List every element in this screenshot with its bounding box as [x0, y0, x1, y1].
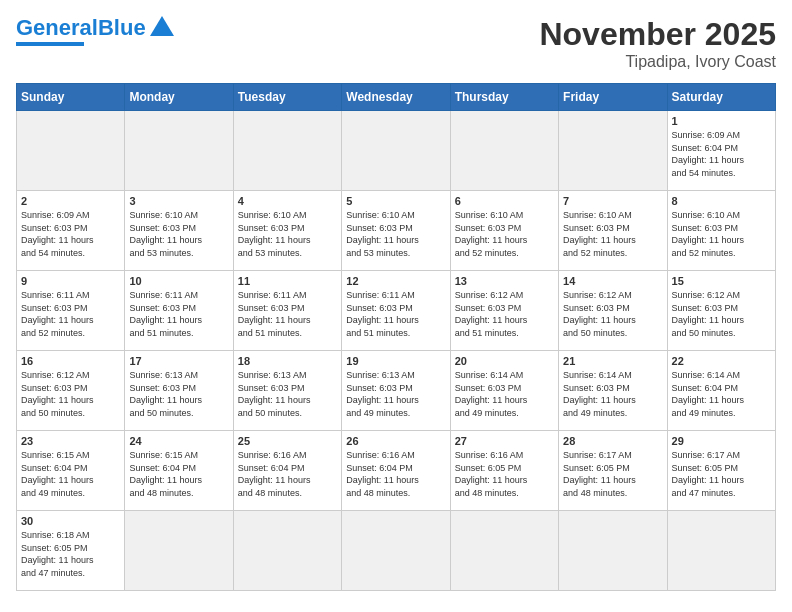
day-info: Sunrise: 6:17 AM Sunset: 6:05 PM Dayligh… — [672, 449, 771, 499]
calendar-table: SundayMondayTuesdayWednesdayThursdayFrid… — [16, 83, 776, 591]
page-header: GeneralBlue November 2025 Tipadipa, Ivor… — [16, 16, 776, 71]
day-number: 12 — [346, 275, 445, 287]
day-info: Sunrise: 6:11 AM Sunset: 6:03 PM Dayligh… — [238, 289, 337, 339]
calendar-cell — [125, 511, 233, 591]
calendar-cell — [667, 511, 775, 591]
calendar-cell: 17Sunrise: 6:13 AM Sunset: 6:03 PM Dayli… — [125, 351, 233, 431]
day-info: Sunrise: 6:10 AM Sunset: 6:03 PM Dayligh… — [563, 209, 662, 259]
day-info: Sunrise: 6:12 AM Sunset: 6:03 PM Dayligh… — [21, 369, 120, 419]
day-number: 9 — [21, 275, 120, 287]
calendar-header-sunday: Sunday — [17, 84, 125, 111]
location-title: Tipadipa, Ivory Coast — [539, 53, 776, 71]
calendar-week-row: 9Sunrise: 6:11 AM Sunset: 6:03 PM Daylig… — [17, 271, 776, 351]
day-number: 3 — [129, 195, 228, 207]
calendar-cell — [450, 111, 558, 191]
svg-marker-0 — [150, 16, 174, 36]
day-info: Sunrise: 6:10 AM Sunset: 6:03 PM Dayligh… — [238, 209, 337, 259]
calendar-week-row: 16Sunrise: 6:12 AM Sunset: 6:03 PM Dayli… — [17, 351, 776, 431]
day-number: 18 — [238, 355, 337, 367]
logo-general: General — [16, 15, 98, 40]
calendar-cell: 6Sunrise: 6:10 AM Sunset: 6:03 PM Daylig… — [450, 191, 558, 271]
calendar-cell: 23Sunrise: 6:15 AM Sunset: 6:04 PM Dayli… — [17, 431, 125, 511]
day-info: Sunrise: 6:12 AM Sunset: 6:03 PM Dayligh… — [672, 289, 771, 339]
calendar-cell: 24Sunrise: 6:15 AM Sunset: 6:04 PM Dayli… — [125, 431, 233, 511]
calendar-cell — [233, 111, 341, 191]
calendar-header-tuesday: Tuesday — [233, 84, 341, 111]
calendar-cell: 22Sunrise: 6:14 AM Sunset: 6:04 PM Dayli… — [667, 351, 775, 431]
calendar-cell: 3Sunrise: 6:10 AM Sunset: 6:03 PM Daylig… — [125, 191, 233, 271]
day-info: Sunrise: 6:10 AM Sunset: 6:03 PM Dayligh… — [346, 209, 445, 259]
calendar-cell: 14Sunrise: 6:12 AM Sunset: 6:03 PM Dayli… — [559, 271, 667, 351]
calendar-cell: 5Sunrise: 6:10 AM Sunset: 6:03 PM Daylig… — [342, 191, 450, 271]
calendar-cell: 19Sunrise: 6:13 AM Sunset: 6:03 PM Dayli… — [342, 351, 450, 431]
calendar-cell: 10Sunrise: 6:11 AM Sunset: 6:03 PM Dayli… — [125, 271, 233, 351]
calendar-cell: 1Sunrise: 6:09 AM Sunset: 6:04 PM Daylig… — [667, 111, 775, 191]
day-number: 20 — [455, 355, 554, 367]
calendar-week-row: 30Sunrise: 6:18 AM Sunset: 6:05 PM Dayli… — [17, 511, 776, 591]
day-number: 7 — [563, 195, 662, 207]
calendar-cell: 20Sunrise: 6:14 AM Sunset: 6:03 PM Dayli… — [450, 351, 558, 431]
day-info: Sunrise: 6:16 AM Sunset: 6:04 PM Dayligh… — [238, 449, 337, 499]
day-info: Sunrise: 6:16 AM Sunset: 6:05 PM Dayligh… — [455, 449, 554, 499]
calendar-cell: 30Sunrise: 6:18 AM Sunset: 6:05 PM Dayli… — [17, 511, 125, 591]
day-info: Sunrise: 6:14 AM Sunset: 6:04 PM Dayligh… — [672, 369, 771, 419]
day-info: Sunrise: 6:12 AM Sunset: 6:03 PM Dayligh… — [455, 289, 554, 339]
day-info: Sunrise: 6:14 AM Sunset: 6:03 PM Dayligh… — [455, 369, 554, 419]
calendar-week-row: 1Sunrise: 6:09 AM Sunset: 6:04 PM Daylig… — [17, 111, 776, 191]
calendar-cell: 12Sunrise: 6:11 AM Sunset: 6:03 PM Dayli… — [342, 271, 450, 351]
day-number: 17 — [129, 355, 228, 367]
calendar-cell: 26Sunrise: 6:16 AM Sunset: 6:04 PM Dayli… — [342, 431, 450, 511]
logo-blue: Blue — [98, 15, 146, 40]
day-info: Sunrise: 6:10 AM Sunset: 6:03 PM Dayligh… — [129, 209, 228, 259]
calendar-cell: 18Sunrise: 6:13 AM Sunset: 6:03 PM Dayli… — [233, 351, 341, 431]
calendar-header-monday: Monday — [125, 84, 233, 111]
logo-text: GeneralBlue — [16, 17, 146, 39]
calendar-cell — [559, 511, 667, 591]
calendar-cell — [125, 111, 233, 191]
calendar-cell — [17, 111, 125, 191]
calendar-header-wednesday: Wednesday — [342, 84, 450, 111]
day-number: 24 — [129, 435, 228, 447]
day-info: Sunrise: 6:13 AM Sunset: 6:03 PM Dayligh… — [346, 369, 445, 419]
calendar-cell: 29Sunrise: 6:17 AM Sunset: 6:05 PM Dayli… — [667, 431, 775, 511]
day-info: Sunrise: 6:13 AM Sunset: 6:03 PM Dayligh… — [129, 369, 228, 419]
calendar-cell: 8Sunrise: 6:10 AM Sunset: 6:03 PM Daylig… — [667, 191, 775, 271]
month-title: November 2025 — [539, 16, 776, 53]
day-number: 4 — [238, 195, 337, 207]
day-info: Sunrise: 6:09 AM Sunset: 6:04 PM Dayligh… — [672, 129, 771, 179]
day-number: 13 — [455, 275, 554, 287]
day-info: Sunrise: 6:11 AM Sunset: 6:03 PM Dayligh… — [21, 289, 120, 339]
calendar-cell: 28Sunrise: 6:17 AM Sunset: 6:05 PM Dayli… — [559, 431, 667, 511]
day-number: 11 — [238, 275, 337, 287]
day-info: Sunrise: 6:15 AM Sunset: 6:04 PM Dayligh… — [129, 449, 228, 499]
calendar-cell: 21Sunrise: 6:14 AM Sunset: 6:03 PM Dayli… — [559, 351, 667, 431]
day-number: 14 — [563, 275, 662, 287]
day-number: 19 — [346, 355, 445, 367]
day-number: 25 — [238, 435, 337, 447]
day-info: Sunrise: 6:09 AM Sunset: 6:03 PM Dayligh… — [21, 209, 120, 259]
calendar-cell: 11Sunrise: 6:11 AM Sunset: 6:03 PM Dayli… — [233, 271, 341, 351]
calendar-header-saturday: Saturday — [667, 84, 775, 111]
day-number: 10 — [129, 275, 228, 287]
calendar-header-thursday: Thursday — [450, 84, 558, 111]
calendar-cell: 16Sunrise: 6:12 AM Sunset: 6:03 PM Dayli… — [17, 351, 125, 431]
calendar-cell: 4Sunrise: 6:10 AM Sunset: 6:03 PM Daylig… — [233, 191, 341, 271]
calendar-cell: 7Sunrise: 6:10 AM Sunset: 6:03 PM Daylig… — [559, 191, 667, 271]
calendar-cell — [342, 111, 450, 191]
day-info: Sunrise: 6:11 AM Sunset: 6:03 PM Dayligh… — [129, 289, 228, 339]
calendar-cell: 15Sunrise: 6:12 AM Sunset: 6:03 PM Dayli… — [667, 271, 775, 351]
calendar-header-row: SundayMondayTuesdayWednesdayThursdayFrid… — [17, 84, 776, 111]
calendar-cell: 2Sunrise: 6:09 AM Sunset: 6:03 PM Daylig… — [17, 191, 125, 271]
day-number: 1 — [672, 115, 771, 127]
day-number: 15 — [672, 275, 771, 287]
day-number: 8 — [672, 195, 771, 207]
day-number: 5 — [346, 195, 445, 207]
calendar-cell — [559, 111, 667, 191]
calendar-cell: 25Sunrise: 6:16 AM Sunset: 6:04 PM Dayli… — [233, 431, 341, 511]
day-number: 6 — [455, 195, 554, 207]
day-info: Sunrise: 6:11 AM Sunset: 6:03 PM Dayligh… — [346, 289, 445, 339]
day-info: Sunrise: 6:14 AM Sunset: 6:03 PM Dayligh… — [563, 369, 662, 419]
day-number: 28 — [563, 435, 662, 447]
calendar-cell — [342, 511, 450, 591]
logo: GeneralBlue — [16, 16, 176, 46]
